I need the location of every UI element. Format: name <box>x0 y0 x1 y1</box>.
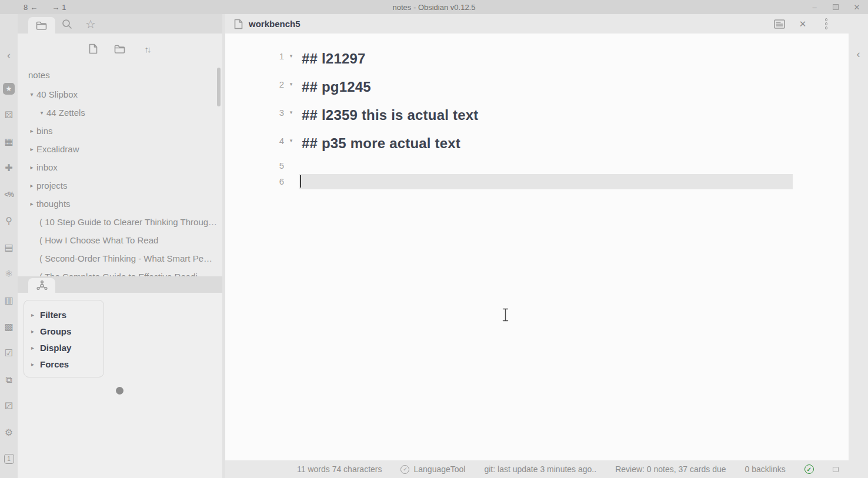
backlinks-count[interactable]: 0 backlinks <box>745 464 786 474</box>
line-number: 6 <box>225 176 284 186</box>
templater-icon[interactable]: <% <box>0 181 18 208</box>
left-ribbon: ‹ ★ ⚄ ▦ ✚ <% ⚲ ▤ ⚛ ▥ ▩ ☑ ⧉ ⚂ ⚙ 1 <box>0 14 18 478</box>
preview-mode-button[interactable] <box>773 18 785 30</box>
tree-folder-inbox[interactable]: ▸inbox <box>18 158 222 176</box>
tab-search[interactable] <box>55 14 79 34</box>
graph-node[interactable] <box>116 387 123 395</box>
tab-file-explorer[interactable] <box>28 17 55 34</box>
tree-file[interactable]: ( 10 Step Guide to Clearer Thinking Thro… <box>18 213 222 231</box>
tree-folder-projects[interactable]: ▸projects <box>18 176 222 195</box>
tree-label: ( 10 Step Guide to Clearer Thinking Thro… <box>39 217 217 227</box>
tree-label: bins <box>36 126 53 136</box>
mouse-ibeam-cursor <box>502 308 509 324</box>
git-status[interactable]: git: last update 3 minutes ago.. <box>484 464 596 474</box>
editor-line-1: 1▾## l21297 <box>225 45 849 73</box>
sort-icon: ↑↓ <box>145 44 150 54</box>
review-status[interactable]: Review: 0 notes, 37 cards due <box>615 464 726 474</box>
table-settings-icon[interactable]: ⚙ <box>0 419 18 446</box>
more-options-button[interactable] <box>820 18 832 30</box>
section-label: Groups <box>40 326 71 336</box>
graph-expand-icon[interactable]: ✚ <box>0 155 18 181</box>
random-note-dice-icon[interactable]: ⚄ <box>0 102 18 128</box>
expand-right-sidebar-button[interactable]: ‹ <box>849 48 868 61</box>
daily-note-icon[interactable]: 1 <box>0 446 18 472</box>
heading-text[interactable]: ## l2359 this is actual text <box>302 107 478 123</box>
tree-label: ( The Complete Guide to Effective Readi… <box>39 272 206 276</box>
tree-file[interactable]: ( How I Choose What To Read <box>18 231 222 249</box>
tree-folder-bins[interactable]: ▸bins <box>18 122 222 140</box>
chevron-right-icon: ▸ <box>27 200 36 207</box>
editor-content[interactable]: 1▾## l21297 2▾## pg1245 3▾## l2359 this … <box>225 34 849 460</box>
tab-starred[interactable]: ☆ <box>79 14 102 34</box>
tree-file[interactable]: ( The Complete Guide to Effective Readi… <box>18 268 222 276</box>
tab-graph-controls[interactable] <box>28 278 55 293</box>
maximize-button[interactable] <box>829 3 842 12</box>
dice-icon[interactable]: ⚂ <box>0 393 18 419</box>
graph-icon <box>36 280 48 291</box>
left-sidebar: ☆ ↑↓ notes ▾40 Slipbox ▾44 Zettels ▸bins <box>18 14 222 478</box>
close-window-button[interactable]: ✕ <box>850 3 863 12</box>
audio-recorder-icon[interactable]: ⚲ <box>0 208 18 234</box>
close-note-button[interactable]: ✕ <box>797 18 809 30</box>
slides-icon[interactable]: ▤ <box>0 234 18 260</box>
fold-arrow-icon[interactable]: ▾ <box>284 81 298 87</box>
tree-folder-40-slipbox[interactable]: ▾40 Slipbox <box>18 85 222 103</box>
explorer-scrollbar-thumb[interactable] <box>217 68 221 106</box>
editor-pane: workbench5 ✕ 1▾## l21297 2▾## pg1245 3▾#… <box>225 14 849 460</box>
fold-arrow-icon[interactable]: ▾ <box>284 109 298 115</box>
new-folder-button[interactable] <box>113 42 126 55</box>
heading-text[interactable]: ## pg1245 <box>302 79 371 95</box>
fold-arrow-icon[interactable]: ▾ <box>284 53 298 59</box>
section-label: Display <box>40 343 71 353</box>
star-icon: ☆ <box>85 17 96 31</box>
note-title: workbench5 <box>249 19 301 29</box>
heading-text[interactable]: ## l21297 <box>302 51 366 67</box>
copy-documents-icon[interactable]: ⧉ <box>0 366 18 393</box>
sync-check-icon: ✓ <box>804 464 814 474</box>
chevron-right-icon: ▸ <box>27 164 36 171</box>
collapse-left-sidebar-button[interactable]: ‹ <box>0 49 18 62</box>
active-line-highlight[interactable] <box>299 174 793 189</box>
tree-label: projects <box>36 180 68 190</box>
tree-file[interactable]: ( Second-Order Thinking - What Smart Pe… <box>18 249 222 268</box>
starred-note-icon[interactable]: ★ <box>0 75 18 102</box>
fold-arrow-icon[interactable]: ▾ <box>284 138 298 143</box>
review-calendar-icon[interactable]: ☑ <box>0 340 18 366</box>
tree-label: 40 Slipbox <box>36 89 78 99</box>
tree-label: 44 Zettels <box>46 108 85 118</box>
save-status[interactable] <box>833 467 839 472</box>
search-icon <box>62 19 72 29</box>
tree-folder-44-zettels[interactable]: ▾44 Zettels <box>18 103 222 122</box>
file-tree: ▾40 Slipbox ▾44 Zettels ▸bins ▸Excalidra… <box>18 85 222 276</box>
reading-mode-icon <box>774 19 785 29</box>
chevron-right-icon: ▸ <box>27 128 36 134</box>
editor-line-6-active: 6 <box>225 173 849 189</box>
table-icon[interactable]: ▦ <box>0 128 18 155</box>
right-sidebar-collapsed: ‹ <box>849 14 868 460</box>
tree-folder-excalidraw[interactable]: ▸Excalidraw <box>18 140 222 158</box>
minimize-button[interactable]: – <box>808 3 821 12</box>
tree-folder-thoughts[interactable]: ▸thoughts <box>18 195 222 213</box>
section-label: Filters <box>40 310 66 320</box>
new-note-button[interactable] <box>86 42 99 55</box>
graph-view-icon[interactable]: ⚛ <box>0 260 18 287</box>
graph-controls-pane: ▸Filters ▸Groups ▸Display ▸Forces <box>18 293 222 478</box>
window-controls: – ✕ <box>808 3 863 12</box>
chevron-right-icon: ▸ <box>31 312 40 318</box>
graph-settings-card: ▸Filters ▸Groups ▸Display ▸Forces <box>24 300 104 377</box>
card-stack-icon[interactable]: ▥ <box>0 287 18 313</box>
file-explorer-pane: ↑↓ notes ▾40 Slipbox ▾44 Zettels ▸bins ▸… <box>18 34 222 276</box>
blocks-icon[interactable]: ▩ <box>0 313 18 340</box>
line-number: 1 <box>225 51 284 61</box>
sync-status[interactable]: ✓ <box>804 464 814 474</box>
sort-order-button[interactable]: ↑↓ <box>141 42 153 55</box>
heading-text[interactable]: ## p35 more actual text <box>302 135 460 152</box>
line-number: 5 <box>225 161 284 171</box>
graph-section-display[interactable]: ▸Display <box>31 339 104 356</box>
graph-section-groups[interactable]: ▸Groups <box>31 323 104 339</box>
graph-section-forces[interactable]: ▸Forces <box>31 356 104 372</box>
tree-label: ( How I Choose What To Read <box>39 235 158 245</box>
languagetool-status[interactable]: ✓ LanguageTool <box>400 464 465 474</box>
chevron-down-icon: ▾ <box>37 109 46 116</box>
graph-section-filters[interactable]: ▸Filters <box>31 306 104 323</box>
